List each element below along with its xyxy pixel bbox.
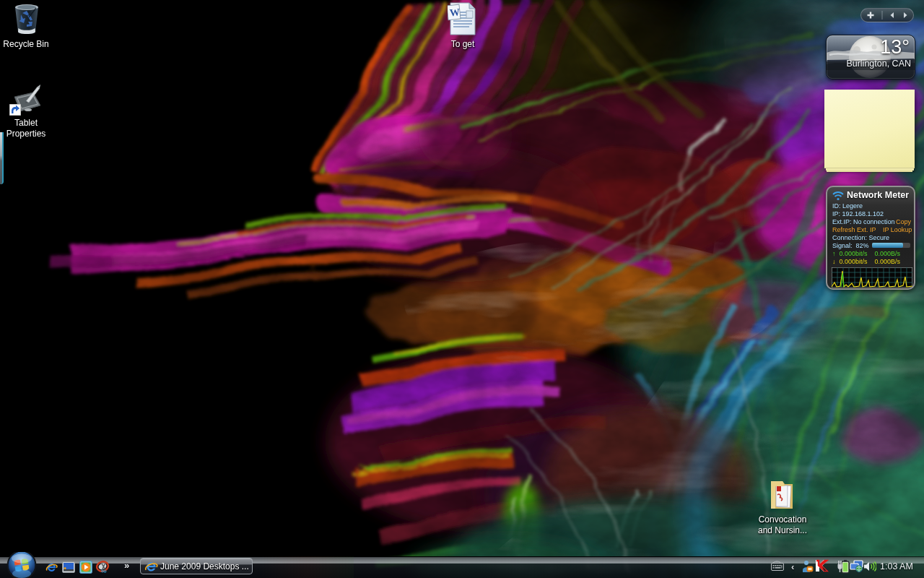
svg-text:W: W [449,7,460,18]
